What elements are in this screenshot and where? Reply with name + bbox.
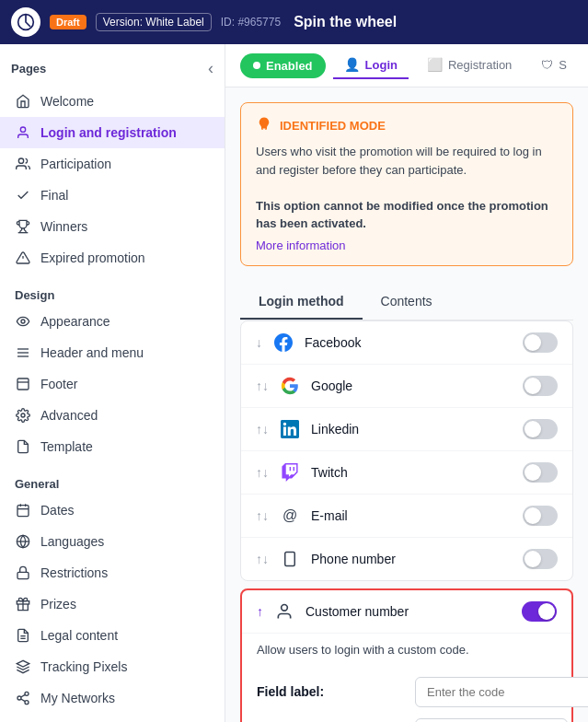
email-icon: @ [280,506,300,526]
drag-handle-google[interactable]: ↑↓ [256,378,269,393]
sidebar-item-label: Final [40,188,68,203]
identified-mode-header: IDENTIFIED MODE [256,116,558,135]
pages-section-label: Pages [11,62,46,76]
alert-icon [15,250,31,266]
method-row-email: ↑↓ @ E-mail [241,495,572,538]
doc-icon [15,627,31,644]
drag-handle-twitch[interactable]: ↑↓ [256,465,269,480]
enabled-dot [253,62,260,69]
sidebar-item-restrictions[interactable]: Restrictions [0,557,225,588]
sidebar-item-dates[interactable]: Dates [0,495,225,526]
identified-mode-warning: This option cannot be modified once the … [256,199,548,231]
field-label-text: Field label: [257,684,404,699]
toggle-google[interactable] [523,376,558,396]
layout-icon [15,376,31,392]
tab-login[interactable]: 👤 Login [333,52,409,79]
sidebar-item-label: Tracking Pixels [40,659,127,674]
lock-icon [15,565,31,581]
sidebar-item-footer[interactable]: Footer [0,368,225,400]
sidebar-item-winners[interactable]: Winners [0,211,225,242]
sidebar-item-label: Dates [40,503,75,518]
tab-enabled[interactable]: Enabled [240,53,326,78]
main-content: Enabled 👤 Login ⬜ Registration 🛡 S [225,44,588,722]
svg-rect-18 [17,572,29,578]
customer-number-section: ↑ Customer number ✓ Allow users to login… [240,588,573,723]
customer-number-name: Customer number [306,604,511,619]
sidebar-item-networks[interactable]: My Networks [0,682,225,714]
svg-line-26 [21,699,26,702]
inner-tab-login-method[interactable]: Login method [240,285,363,320]
sidebar-item-label: Expired promotion [40,250,145,265]
field-label-input[interactable] [415,677,588,707]
drag-handle-linkedin[interactable]: ↑↓ [256,422,269,437]
sidebar-item-prizes[interactable]: Prizes [0,588,225,620]
sidebar-item-login-registration[interactable]: Login and registration [0,117,225,148]
content-area: IDENTIFIED MODE Users who visit the prom… [225,87,588,722]
sidebar-item-appearance[interactable]: Appearance [0,306,225,337]
more-info-link[interactable]: More information [256,239,346,252]
sidebar-item-languages[interactable]: Languages [0,526,225,557]
sidebar-item-label: Winners [40,219,87,234]
twitch-icon [280,462,300,483]
top-tabs-bar: Enabled 👤 Login ⬜ Registration 🛡 S [225,44,588,87]
svg-rect-9 [17,378,29,390]
draft-badge: Draft [50,15,86,29]
calendar-icon [15,502,31,518]
sidebar-item-label: Advanced [40,408,98,423]
toggle-phone[interactable] [523,549,558,569]
sidebar-collapse-button[interactable]: ‹ [208,59,213,78]
customer-number-row: ↑ Customer number ✓ [242,590,571,634]
toggle-facebook[interactable] [523,332,558,353]
login-icon: 👤 [344,57,360,72]
identified-mode-body: Users who visit the promotion will be re… [256,143,558,233]
svg-point-23 [25,692,29,695]
drag-handle-customer[interactable]: ↑ [257,604,263,619]
sidebar-item-header-menu[interactable]: Header and menu [0,337,225,368]
method-name-facebook: Facebook [305,335,512,350]
sidebar-item-advanced[interactable]: Advanced [0,400,225,431]
drag-handle-phone[interactable]: ↑↓ [256,552,269,566]
tab-shield[interactable]: 🛡 S [530,52,578,79]
file-icon [15,438,31,455]
id-badge: ID: #965775 [221,16,281,29]
tab-enabled-label: Enabled [266,59,313,73]
field-label-row: Field label: [257,677,557,707]
method-row-facebook: ↓ Facebook [241,321,572,365]
toggle-linkedin[interactable] [523,419,558,439]
inner-tab-contents[interactable]: Contents [363,285,451,320]
sidebar-item-expired[interactable]: Expired promotion [0,242,225,274]
identified-mode-title: IDENTIFIED MODE [280,119,386,133]
design-section-label: Design [0,281,225,306]
trophy-icon [15,218,31,235]
menu-icon [15,344,31,361]
tab-registration-label: Registration [448,58,512,72]
sidebar-item-label: Welcome [40,94,94,109]
svg-point-24 [17,696,21,700]
sidebar-item-share[interactable]: Share [0,714,225,722]
sidebar-item-final[interactable]: Final [0,180,225,211]
customer-number-description: Allow users to login with a custom code. [242,634,571,666]
svg-rect-12 [17,506,29,517]
drag-handle-facebook[interactable]: ↓ [256,335,262,350]
tab-registration[interactable]: ⬜ Registration [416,52,523,79]
svg-point-25 [25,701,29,705]
sidebar-item-template[interactable]: Template [0,431,225,462]
sidebar-item-label: Header and menu [40,345,144,360]
general-section-label: General [0,470,225,495]
gift-icon [15,596,31,612]
sidebar-item-welcome[interactable]: Welcome [0,86,225,117]
app-header: Draft Version: White Label ID: #965775 S… [0,0,588,44]
method-validation-select[interactable]: -- Choose a validatio [415,718,568,723]
sidebar-item-legal[interactable]: Legal content [0,620,225,651]
tab-shield-label: S [559,58,567,72]
check-icon [15,187,31,204]
toggle-email[interactable] [523,506,558,526]
method-name-phone: Phone number [311,552,512,566]
settings-icon [15,407,31,424]
toggle-customer[interactable]: ✓ [522,601,557,622]
drag-handle-email[interactable]: ↑↓ [256,508,269,523]
sidebar-item-participation[interactable]: Participation [0,148,225,180]
sidebar-item-tracking[interactable]: Tracking Pixels [0,651,225,682]
sidebar-item-label: Footer [40,377,77,391]
toggle-twitch[interactable] [523,462,558,483]
